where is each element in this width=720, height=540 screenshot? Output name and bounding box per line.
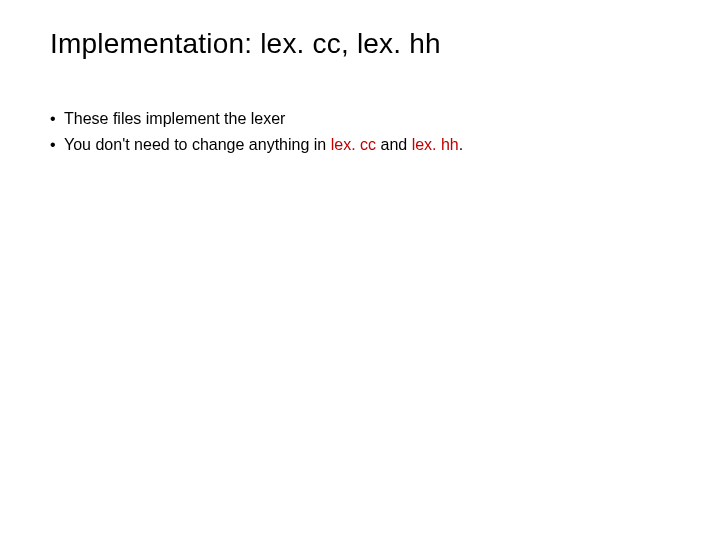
bullet-text-mid: and	[376, 136, 412, 153]
list-item: You don't need to change anything in lex…	[50, 134, 670, 156]
bullet-text: These files implement the lexer	[64, 110, 285, 127]
bullet-list: These files implement the lexer You don'…	[50, 108, 670, 157]
bullet-text-prefix: You don't need to change anything in	[64, 136, 331, 153]
filename-emphasis: lex. hh	[412, 136, 459, 153]
bullet-text-suffix: .	[459, 136, 463, 153]
slide: Implementation: lex. cc, lex. hh These f…	[0, 0, 720, 540]
filename-emphasis: lex. cc	[331, 136, 376, 153]
slide-title: Implementation: lex. cc, lex. hh	[50, 28, 670, 60]
list-item: These files implement the lexer	[50, 108, 670, 130]
